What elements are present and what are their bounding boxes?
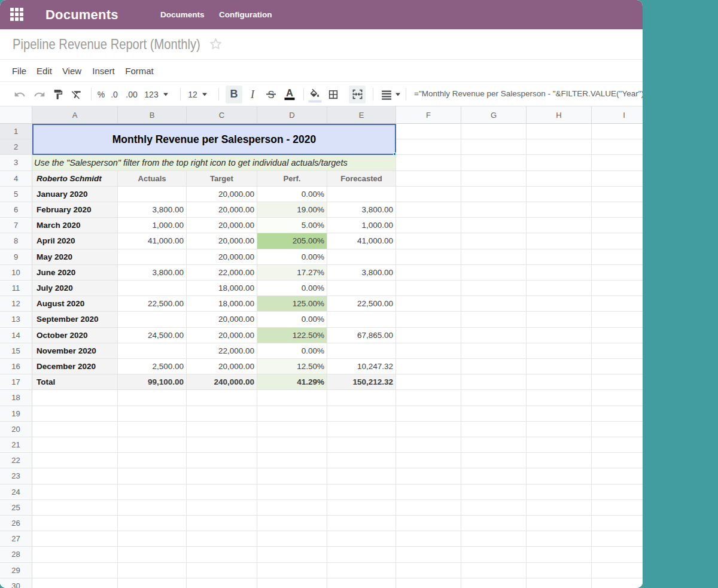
row-header-26[interactable]: 26 (0, 516, 32, 531)
cell-C8[interactable]: 20,000.00 (187, 233, 257, 249)
column-header-C[interactable]: C (187, 106, 257, 124)
cell-A26[interactable] (32, 516, 118, 531)
cell-A11[interactable]: July 2020 (32, 281, 118, 296)
cell-D30[interactable] (257, 578, 327, 588)
cell-E8[interactable]: 41,000.00 (327, 233, 396, 249)
cell-B9[interactable] (118, 249, 187, 265)
cell-I22[interactable] (592, 453, 643, 468)
cell-A22[interactable] (32, 453, 118, 468)
row-header-25[interactable]: 25 (0, 500, 32, 516)
cell-I21[interactable] (592, 437, 643, 453)
row-header-6[interactable]: 6 (0, 202, 32, 218)
cell-D9[interactable]: 0.00% (257, 249, 327, 265)
cell-E5[interactable] (327, 187, 396, 202)
cell-B18[interactable] (118, 390, 187, 406)
borders-button[interactable] (328, 89, 339, 100)
cell-I6[interactable] (592, 202, 643, 218)
cell-I26[interactable] (592, 516, 643, 531)
cell-C18[interactable] (187, 390, 257, 406)
cell-I16[interactable] (592, 359, 643, 374)
cell-E23[interactable] (327, 468, 396, 484)
cell-B10[interactable]: 3,800.00 (118, 265, 187, 281)
cell-F24[interactable] (396, 485, 461, 500)
cell-G23[interactable] (461, 468, 527, 484)
cell-I10[interactable] (592, 265, 643, 281)
cell-C15[interactable]: 22,000.00 (187, 343, 257, 359)
cell-F3[interactable] (396, 155, 461, 170)
row-header-29[interactable]: 29 (0, 563, 32, 578)
cell-I27[interactable] (592, 531, 643, 547)
row-header-11[interactable]: 11 (0, 281, 32, 296)
row-header-12[interactable]: 12 (0, 296, 32, 312)
cell-A15[interactable]: November 2020 (32, 343, 118, 359)
fill-color-button[interactable] (309, 89, 321, 100)
cell-C17[interactable]: 240,000.00 (187, 374, 257, 390)
row-header-19[interactable]: 19 (0, 406, 32, 422)
menu-file[interactable]: File (12, 60, 26, 82)
cell-F28[interactable] (396, 547, 461, 562)
cell-G27[interactable] (461, 531, 527, 547)
cell-B6[interactable]: 3,800.00 (118, 202, 187, 218)
cell-H13[interactable] (527, 312, 592, 327)
cell-A13[interactable]: September 2020 (32, 312, 118, 327)
cell-D29[interactable] (257, 563, 327, 578)
cell-H4[interactable] (527, 171, 592, 187)
cell-H28[interactable] (527, 547, 592, 562)
cell-F7[interactable] (396, 218, 461, 233)
cell-F8[interactable] (396, 233, 461, 249)
cell-H12[interactable] (527, 296, 592, 312)
cell-H26[interactable] (527, 516, 592, 531)
row-header-1[interactable]: 1 (0, 124, 32, 139)
cell-G11[interactable] (461, 281, 527, 296)
cell-I13[interactable] (592, 312, 643, 327)
cell-G28[interactable] (461, 547, 527, 562)
cell-H8[interactable] (527, 233, 592, 249)
cell-A16[interactable]: December 2020 (32, 359, 118, 374)
cell-F30[interactable] (396, 578, 461, 588)
cell-F10[interactable] (396, 265, 461, 281)
cell-C14[interactable]: 20,000.00 (187, 328, 257, 343)
menu-edit[interactable]: Edit (36, 60, 52, 82)
cell-I30[interactable] (592, 578, 643, 588)
cell-H22[interactable] (527, 453, 592, 468)
cell-D5[interactable]: 0.00% (257, 187, 327, 202)
cell-G14[interactable] (461, 328, 527, 343)
cell-C29[interactable] (187, 563, 257, 578)
cell-A23[interactable] (32, 468, 118, 484)
cell-H3[interactable] (527, 155, 592, 170)
cell-A24[interactable] (32, 485, 118, 500)
cell-H11[interactable] (527, 281, 592, 296)
row-header-22[interactable]: 22 (0, 453, 32, 468)
cell-C24[interactable] (187, 485, 257, 500)
row-header-3[interactable]: 3 (0, 155, 32, 170)
cell-C22[interactable] (187, 453, 257, 468)
cell-D20[interactable] (257, 422, 327, 437)
cell-G7[interactable] (461, 218, 527, 233)
cell-A7[interactable]: March 2020 (32, 218, 118, 233)
cell-I19[interactable] (592, 406, 643, 422)
cell-D23[interactable] (257, 468, 327, 484)
cell-G16[interactable] (461, 359, 527, 374)
cell-E4[interactable]: Forecasted (327, 171, 396, 187)
row-header-24[interactable]: 24 (0, 485, 32, 500)
cell-D25[interactable] (257, 500, 327, 516)
cell-C5[interactable]: 20,000.00 (187, 187, 257, 202)
merge-cells-button[interactable] (349, 86, 366, 103)
menu-insert[interactable]: Insert (92, 60, 115, 82)
cell-E14[interactable]: 67,865.00 (327, 328, 396, 343)
cell-I18[interactable] (592, 390, 643, 406)
cell-E13[interactable] (327, 312, 396, 327)
cell-C23[interactable] (187, 468, 257, 484)
cell-D14[interactable]: 122.50% (257, 328, 327, 343)
cell-B13[interactable] (118, 312, 187, 327)
cell-D4[interactable]: Perf. (257, 171, 327, 187)
cell-E30[interactable] (327, 578, 396, 588)
cell-D12[interactable]: 125.00% (257, 296, 327, 312)
row-header-28[interactable]: 28 (0, 547, 32, 562)
cell-B4[interactable]: Actuals (118, 171, 187, 187)
cell-F21[interactable] (396, 437, 461, 453)
cell-F25[interactable] (396, 500, 461, 516)
cell-G24[interactable] (461, 485, 527, 500)
cell-I29[interactable] (592, 563, 643, 578)
cell-B29[interactable] (118, 563, 187, 578)
